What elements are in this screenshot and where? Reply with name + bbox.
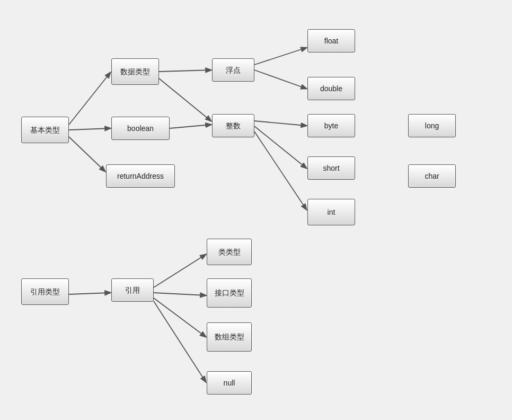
node-interface-type: 接口类型 [207,278,252,308]
svg-line-0 [69,73,110,125]
node-null: null [207,371,252,395]
node-int: int [307,199,355,225]
node-data-type: 数据类型 [111,58,159,85]
node-ref-type: 引用类型 [21,278,69,305]
node-short: short [307,156,355,180]
svg-line-6 [254,70,306,89]
node-char: char [408,164,456,188]
svg-line-15 [154,301,206,382]
node-float: float [307,29,355,52]
node-basic-type: 基本类型 [21,117,69,143]
svg-line-12 [154,255,206,287]
svg-line-10 [170,125,211,128]
svg-line-5 [254,48,306,65]
node-boolean: boolean [111,117,170,140]
node-byte: byte [307,114,355,137]
svg-line-4 [159,78,211,121]
svg-line-11 [69,293,110,294]
svg-line-2 [69,137,105,171]
arrows-svg [0,0,512,420]
node-long: long [408,114,456,137]
svg-line-7 [254,121,306,126]
svg-line-14 [154,298,206,337]
node-integer: 整数 [212,114,254,137]
node-return-address: returnAddress [106,164,175,188]
node-float-point: 浮点 [212,58,254,82]
svg-line-13 [154,293,206,295]
node-class-type: 类类型 [207,239,252,265]
svg-line-9 [254,132,306,209]
svg-line-1 [69,128,110,130]
node-double: double [307,77,355,100]
node-ref: 引用 [111,278,154,302]
diagram-container: 基本类型 数据类型 boolean returnAddress 浮点 整数 fl… [0,0,512,420]
svg-line-3 [159,70,211,72]
svg-line-8 [254,126,306,168]
node-array-type: 数组类型 [207,322,252,352]
